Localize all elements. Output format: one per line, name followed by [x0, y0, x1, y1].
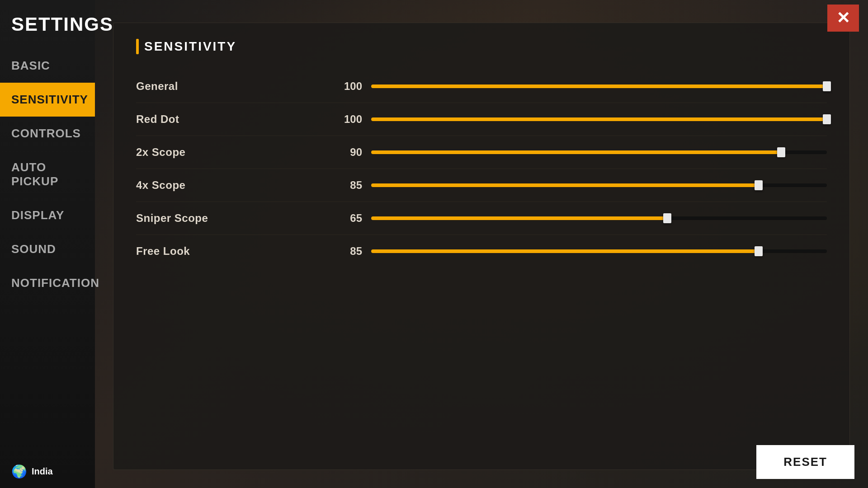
slider-track-4 [371, 216, 827, 220]
slider-fill-5 [371, 249, 759, 253]
slider-fill-3 [371, 183, 759, 187]
slider-thumb-4[interactable] [663, 213, 671, 223]
slider-track-1 [371, 117, 827, 121]
slider-label-2: 2x Scope [136, 146, 335, 159]
slider-fill-0 [371, 84, 827, 88]
slider-thumb-2[interactable] [777, 147, 785, 157]
slider-label-1: Red Dot [136, 113, 335, 126]
slider-thumb-1[interactable] [823, 114, 831, 124]
section-indicator [136, 39, 139, 54]
sidebar-item-controls[interactable]: CONTROLS [0, 117, 95, 150]
slider-track-0 [371, 84, 827, 88]
slider-container-0[interactable] [371, 82, 827, 91]
sidebar-footer: 🌍 India [0, 455, 95, 488]
slider-thumb-3[interactable] [755, 180, 763, 190]
slider-container-3[interactable] [371, 181, 827, 190]
slider-fill-2 [371, 150, 781, 154]
sidebar: SETTINGS BASICSENSITIVITYCONTROLSAUTO PI… [0, 0, 95, 488]
slider-row-0: General 100 [136, 70, 827, 103]
slider-track-5 [371, 249, 827, 253]
reset-button[interactable]: RESET [756, 445, 854, 479]
slider-thumb-0[interactable] [823, 81, 831, 91]
region-label: India [32, 466, 53, 477]
slider-value-2: 90 [335, 146, 371, 159]
slider-label-0: General [136, 80, 335, 93]
section-header: SENSITIVITY [136, 39, 827, 54]
slider-fill-1 [371, 117, 827, 121]
slider-value-1: 100 [335, 113, 371, 126]
slider-value-3: 85 [335, 179, 371, 192]
slider-container-1[interactable] [371, 115, 827, 124]
slider-track-2 [371, 150, 827, 154]
settings-title: SETTINGS [0, 5, 95, 49]
slider-container-5[interactable] [371, 247, 827, 256]
section-title: SENSITIVITY [144, 39, 236, 54]
sidebar-item-basic[interactable]: BASIC [0, 49, 95, 83]
slider-row-5: Free Look 85 [136, 235, 827, 267]
slider-value-0: 100 [335, 80, 371, 93]
slider-value-4: 65 [335, 212, 371, 225]
slider-container-4[interactable] [371, 214, 827, 223]
slider-row-2: 2x Scope 90 [136, 136, 827, 169]
content-panel: SENSITIVITY General 100 Red Dot 100 2x S… [113, 23, 850, 470]
main-content: SENSITIVITY General 100 Red Dot 100 2x S… [95, 0, 868, 488]
sidebar-item-auto_pickup[interactable]: AUTO PICKUP [0, 150, 95, 198]
slider-row-3: 4x Scope 85 [136, 169, 827, 202]
slider-row-1: Red Dot 100 [136, 103, 827, 136]
slider-fill-4 [371, 216, 667, 220]
slider-label-4: Sniper Scope [136, 212, 335, 225]
slider-row-4: Sniper Scope 65 [136, 202, 827, 235]
slider-value-5: 85 [335, 245, 371, 258]
sidebar-item-display[interactable]: DISPLAY [0, 198, 95, 232]
sidebar-item-notification[interactable]: NOTIFICATION [0, 266, 95, 300]
slider-thumb-5[interactable] [755, 246, 763, 256]
slider-label-5: Free Look [136, 245, 335, 258]
slider-track-3 [371, 183, 827, 187]
slider-label-3: 4x Scope [136, 179, 335, 192]
sidebar-item-sound[interactable]: SOUND [0, 232, 95, 266]
sidebar-item-sensitivity[interactable]: SENSITIVITY [0, 83, 95, 117]
close-button[interactable]: ✕ [827, 5, 859, 32]
slider-container-2[interactable] [371, 148, 827, 157]
globe-icon: 🌍 [11, 464, 27, 479]
